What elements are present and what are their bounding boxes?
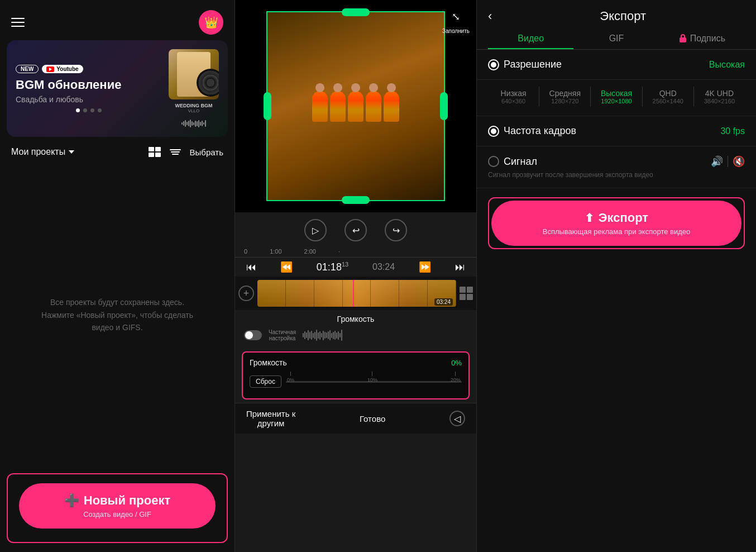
crown-icon: 👑 xyxy=(204,16,218,29)
track-frame-4 xyxy=(343,280,371,307)
back-button[interactable]: ‹ xyxy=(488,9,492,23)
tab-gif-label: GIF xyxy=(609,34,624,43)
video-stage xyxy=(266,11,445,201)
projects-right: Выбрать xyxy=(149,147,223,157)
current-timecode: 01:1813 xyxy=(317,261,348,273)
resolution-value: Высокая xyxy=(709,60,745,70)
res-4k[interactable]: 4K UHD 3840×2160 xyxy=(694,87,745,107)
new-project-area: ➕ Новый проект Создать видео / GIF xyxy=(7,473,228,543)
timeline-track: + 03:24 xyxy=(235,277,476,310)
tab-video-label: Видео xyxy=(518,34,544,43)
skip-to-end-button[interactable]: ⏭ xyxy=(455,261,465,273)
lock-icon xyxy=(679,34,687,43)
dancer-3 xyxy=(348,91,363,122)
left-panel: 👑 NEW Youtube BGM обновление Свадьба и л… xyxy=(0,0,235,552)
track-frame-5 xyxy=(371,280,399,307)
fps-title: Частота кадров xyxy=(488,125,576,137)
track-grid-button[interactable] xyxy=(460,287,473,300)
dancer-4 xyxy=(366,91,381,122)
signal-section: Сигнал 🔊 🔇 Сигнал прозвучит после заверш… xyxy=(477,146,756,188)
ruler-mark-0: 0 xyxy=(244,248,247,255)
fill-icon: ⤡ xyxy=(446,7,466,27)
tab-gif[interactable]: GIF xyxy=(573,28,659,49)
ruler-mark-2: 2:00 xyxy=(304,248,316,255)
stage-content xyxy=(267,12,444,200)
apply-label: Применить кдругим xyxy=(246,409,295,428)
empty-projects: Все проекты будут сохранены здесь. Нажми… xyxy=(0,161,235,469)
sound-on-icon[interactable]: 🔊 xyxy=(711,155,723,168)
bgm-dot-4[interactable] xyxy=(98,108,102,112)
done-button[interactable]: Готово xyxy=(360,414,385,423)
youtube-icon xyxy=(46,66,54,72)
bgm-dot-3[interactable] xyxy=(90,108,94,112)
play-button[interactable]: ▷ xyxy=(304,219,327,241)
audio-waveform xyxy=(303,327,467,344)
bgm-banner[interactable]: NEW Youtube BGM обновление Свадьба и люб… xyxy=(7,40,228,137)
vol-tick-10: 10% xyxy=(367,372,377,383)
track-frame-2 xyxy=(286,280,314,307)
resolution-section: Разрешение Высокая xyxy=(477,50,756,80)
tab-video[interactable]: Видео xyxy=(488,28,573,49)
hamburger-icon[interactable] xyxy=(11,18,25,27)
sort-icon[interactable] xyxy=(170,149,181,155)
right-header: ‹ Экспорт xyxy=(477,0,756,28)
undo-button[interactable]: ↩ xyxy=(344,219,367,241)
new-project-label: ➕ Новый проект xyxy=(64,493,170,508)
frame-back-button[interactable]: ⏪ xyxy=(280,261,293,273)
crop-handle-left[interactable] xyxy=(264,92,271,120)
export-button-area: ⬆ Экспорт Всплывающая реклама при экспор… xyxy=(488,197,745,249)
navigate-back-button[interactable]: ◁ xyxy=(449,411,465,426)
bgm-subtitle: Свадьба и любовь xyxy=(16,95,162,104)
add-track-button[interactable]: + xyxy=(238,285,254,301)
select-button[interactable]: Выбрать xyxy=(190,147,223,157)
badge-new: NEW xyxy=(16,65,39,73)
plus-icon: ➕ xyxy=(64,493,79,508)
signal-label: Сигнал xyxy=(504,156,537,168)
export-title: Экспорт xyxy=(501,9,745,23)
bgm-dot-2[interactable] xyxy=(83,108,87,112)
export-btn-main: ⬆ Экспорт xyxy=(585,211,648,225)
crop-handle-right[interactable] xyxy=(440,92,448,120)
crown-button[interactable]: 👑 xyxy=(199,10,223,35)
bgm-badges: NEW Youtube xyxy=(16,65,162,73)
res-medium-label: Средняя xyxy=(539,89,590,98)
res-4k-value: 3840×2160 xyxy=(694,98,745,104)
track-timestamp: 03:24 xyxy=(434,298,453,306)
vol-slider[interactable]: 0% 10% 20% xyxy=(286,370,462,393)
vol-percentage: 0% xyxy=(451,359,462,367)
new-project-button[interactable]: ➕ Новый проект Создать видео / GIF xyxy=(19,483,216,529)
vol-bottom-label: Громкость xyxy=(250,358,287,367)
stage-dancers xyxy=(312,91,399,122)
sound-off-icon[interactable]: 🔇 xyxy=(733,155,745,168)
fps-value: 30 fps xyxy=(720,126,745,136)
volume-toggle[interactable] xyxy=(244,330,262,340)
total-duration: 03:24 xyxy=(372,262,395,272)
fill-button[interactable]: ⤡ Заполнить xyxy=(442,7,470,34)
grid-view-icon[interactable] xyxy=(149,147,161,157)
res-qhd[interactable]: QHD 2560×1440 xyxy=(643,87,694,107)
tab-signature[interactable]: Подпись xyxy=(659,28,745,49)
reset-button[interactable]: Сброс xyxy=(250,375,281,388)
apply-button[interactable]: Применить кдругим xyxy=(246,409,295,428)
volume-title: Громкость xyxy=(244,315,467,323)
vol-slider-container: Сброс 0% 10% xyxy=(250,370,462,393)
res-low[interactable]: Низкая 640×360 xyxy=(488,87,539,107)
res-high[interactable]: Высокая 1920×1080 xyxy=(591,87,642,107)
dancer-5 xyxy=(384,91,399,122)
skip-to-start-button[interactable]: ⏮ xyxy=(246,261,256,273)
crop-handle-bottom[interactable] xyxy=(342,196,370,204)
redo-button[interactable]: ↪ xyxy=(385,219,407,241)
track-frames[interactable]: 03:24 xyxy=(257,280,456,307)
export-main-button[interactable]: ⬆ Экспорт Всплывающая реклама при экспор… xyxy=(491,201,741,246)
transport-controls: ▷ ↩ ↪ xyxy=(235,212,476,246)
projects-dropdown[interactable]: Мои проекты xyxy=(11,147,74,157)
vol-tick-0: 0% xyxy=(287,372,294,383)
track-frame-1 xyxy=(257,280,286,307)
bgm-dot-1[interactable] xyxy=(76,108,80,112)
signal-title: Сигнал xyxy=(488,156,537,168)
crop-handle-top[interactable] xyxy=(342,8,370,16)
frame-forward-button[interactable]: ⏩ xyxy=(419,261,431,273)
bgm-left: NEW Youtube BGM обновление Свадьба и люб… xyxy=(16,65,162,112)
res-qhd-label: QHD xyxy=(643,89,693,98)
res-medium[interactable]: Средняя 1280×720 xyxy=(539,87,591,107)
